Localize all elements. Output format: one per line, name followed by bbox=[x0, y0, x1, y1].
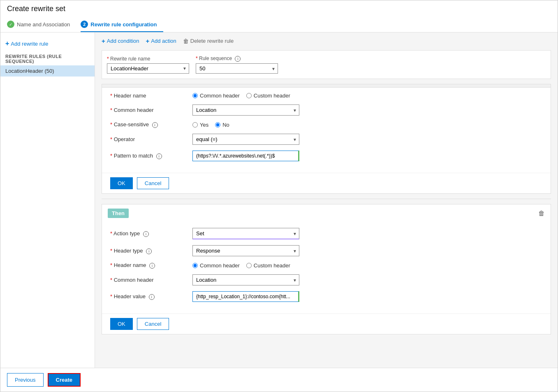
condition-case-sensitive-content: Yes No bbox=[192, 122, 542, 128]
condition-custom-header-radio-label[interactable]: Custom header bbox=[246, 93, 290, 99]
delete-rewrite-rule-button[interactable]: 🗑 Delete rewrite rule bbox=[183, 38, 234, 44]
condition-common-header-radio[interactable] bbox=[192, 93, 198, 98]
add-rewrite-rule-button[interactable]: + Add rewrite rule bbox=[5, 40, 48, 47]
delete-rule-label: Delete rewrite rule bbox=[190, 38, 234, 44]
page-title: Create rewrite set bbox=[7, 5, 551, 13]
condition-common-header-radio-label[interactable]: Common header bbox=[192, 93, 240, 99]
then-delete-button[interactable]: 🗑 bbox=[538, 210, 545, 217]
then-action-type-select[interactable]: Set Delete Append bbox=[192, 228, 299, 239]
case-sensitive-yes-label[interactable]: Yes bbox=[192, 122, 208, 128]
rule-name-select[interactable]: LocationHeader bbox=[107, 63, 189, 74]
add-action-button[interactable]: + Add action bbox=[146, 37, 176, 44]
header-type-info-icon: i bbox=[146, 248, 152, 254]
then-cancel-button[interactable]: Cancel bbox=[137, 318, 169, 330]
condition-pattern-content bbox=[192, 151, 542, 161]
rule-sequence-select-wrapper: 50 bbox=[196, 63, 278, 74]
then-custom-header-radio-label[interactable]: Custom header bbox=[246, 262, 290, 269]
then-tag: Then bbox=[108, 209, 129, 218]
then-custom-header-radio-text: Custom header bbox=[254, 262, 290, 269]
then-header-value-input[interactable] bbox=[192, 291, 299, 302]
then-common-header-radio-text: Common header bbox=[200, 262, 240, 269]
then-action-type-content: Set Delete Append bbox=[192, 228, 542, 239]
case-sensitive-no-radio[interactable] bbox=[215, 122, 220, 128]
then-common-header-content: Location bbox=[192, 274, 542, 285]
then-ok-button[interactable]: OK bbox=[110, 318, 133, 330]
add-condition-plus-icon: + bbox=[102, 37, 105, 44]
tab-rewrite-config[interactable]: 2 Rewrite rule configuration bbox=[81, 17, 163, 32]
condition-common-header-select[interactable]: Location bbox=[192, 104, 299, 116]
page-header: Create rewrite set ✓ Name and Associatio… bbox=[0, 0, 558, 32]
condition-card-body: * Header name Common header bbox=[102, 84, 551, 173]
previous-button[interactable]: Previous bbox=[7, 373, 44, 387]
sidebar-section-label: REWRITE RULES (RULE SEQUENCE) bbox=[0, 51, 95, 65]
condition-header-name-radio-group: Common header Custom header bbox=[192, 93, 290, 99]
rule-sequence-group: * Rule sequence i 50 bbox=[196, 56, 278, 74]
condition-card-footer: OK Cancel bbox=[102, 173, 551, 193]
then-action-type-label: * Action type i bbox=[110, 230, 192, 237]
condition-common-header-label: * Common header bbox=[110, 107, 192, 113]
condition-operator-row: * Operator equal (=) not equal (!=) bbox=[110, 134, 542, 145]
condition-header-name-label: * Header name bbox=[110, 93, 192, 99]
case-sensitive-no-label[interactable]: No bbox=[215, 122, 229, 128]
then-header-name-content: Common header Custom header bbox=[192, 262, 542, 269]
then-header-value-label: * Header value i bbox=[110, 293, 192, 300]
condition-operator-content: equal (=) not equal (!=) bbox=[192, 134, 542, 145]
plus-icon: + bbox=[5, 40, 9, 47]
sequence-info-icon: i bbox=[235, 56, 241, 62]
then-header-name-row: * Header name i Common header bbox=[110, 262, 542, 269]
then-header-type-content: Response Request bbox=[192, 245, 542, 256]
action-type-info-icon: i bbox=[143, 231, 149, 237]
then-common-header-select-wrapper: Location bbox=[192, 274, 299, 285]
case-sensitive-yes-text: Yes bbox=[200, 122, 208, 128]
tab-name-association[interactable]: ✓ Name and Association bbox=[7, 17, 76, 32]
then-card: Then 🗑 * Action type i bbox=[102, 204, 551, 334]
condition-operator-label: * Operator bbox=[110, 136, 192, 142]
condition-ok-button[interactable]: OK bbox=[110, 177, 133, 189]
create-button[interactable]: Create bbox=[48, 373, 81, 387]
rule-name-label: * Rewrite rule name bbox=[107, 56, 189, 62]
add-condition-button[interactable]: + Add condition bbox=[102, 37, 139, 44]
then-common-header-radio[interactable] bbox=[192, 263, 198, 268]
sidebar-item-text: LocationHeader (50) bbox=[5, 68, 54, 74]
case-sensitive-no-text: No bbox=[222, 122, 229, 128]
action-toolbar: + Add condition + Add action 🗑 Delete re… bbox=[102, 37, 551, 44]
then-card-header: Then 🗑 bbox=[102, 204, 551, 222]
delete-icon: 🗑 bbox=[183, 38, 189, 44]
area-divider bbox=[102, 199, 551, 199]
rule-config: * Rewrite rule name LocationHeader * Rul… bbox=[102, 50, 551, 79]
then-card-footer: OK Cancel bbox=[102, 313, 551, 334]
bottom-bar: Previous Create bbox=[0, 368, 558, 392]
rule-sequence-select[interactable]: 50 bbox=[196, 63, 278, 74]
condition-header-name-row: * Header name Common header bbox=[110, 93, 542, 99]
case-sensitive-radio-group: Yes No bbox=[192, 122, 229, 128]
condition-common-header-row: * Common header Location bbox=[110, 104, 542, 116]
then-header-name-info-icon: i bbox=[149, 263, 155, 269]
then-header-type-select[interactable]: Response Request bbox=[192, 245, 299, 256]
condition-pattern-input[interactable] bbox=[192, 151, 299, 161]
case-sensitive-info-icon: i bbox=[152, 122, 158, 128]
rule-sequence-label: * Rule sequence i bbox=[196, 56, 278, 62]
condition-common-header-radio-text: Common header bbox=[200, 93, 240, 99]
then-header-value-row: * Header value i bbox=[110, 291, 542, 302]
then-common-header-select[interactable]: Location bbox=[192, 274, 299, 285]
then-card-body: * Action type i Set Delete Append bbox=[102, 222, 551, 313]
condition-pattern-label: * Pattern to match i bbox=[110, 153, 192, 159]
condition-custom-header-radio-text: Custom header bbox=[254, 93, 290, 99]
condition-cancel-button[interactable]: Cancel bbox=[137, 177, 169, 189]
tab-bar: ✓ Name and Association 2 Rewrite rule co… bbox=[7, 17, 551, 32]
case-sensitive-yes-radio[interactable] bbox=[192, 122, 198, 128]
sidebar-item-location-header[interactable]: LocationHeader (50) bbox=[0, 65, 95, 77]
add-action-label: Add action bbox=[151, 38, 176, 44]
then-header-type-row: * Header type i Response Request bbox=[110, 245, 542, 256]
condition-operator-select[interactable]: equal (=) not equal (!=) bbox=[192, 134, 299, 145]
condition-case-sensitive-label: * Case-sensitive i bbox=[110, 121, 192, 128]
then-common-header-label: * Common header bbox=[110, 277, 192, 283]
condition-custom-header-radio[interactable] bbox=[246, 93, 252, 98]
then-common-header-radio-label[interactable]: Common header bbox=[192, 262, 240, 269]
content-area: + Add condition + Add action 🗑 Delete re… bbox=[95, 32, 558, 368]
then-header-value-content bbox=[192, 291, 542, 302]
then-custom-header-radio[interactable] bbox=[246, 263, 252, 268]
sidebar-toolbar: + Add rewrite rule bbox=[0, 37, 95, 51]
sidebar: + Add rewrite rule REWRITE RULES (RULE S… bbox=[0, 32, 95, 368]
rule-name-group: * Rewrite rule name LocationHeader bbox=[107, 56, 189, 74]
